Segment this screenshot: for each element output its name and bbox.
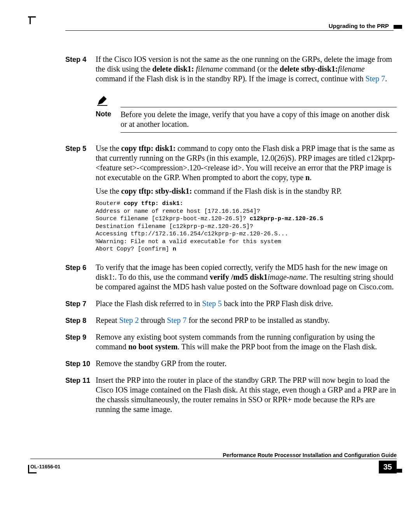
step-10: Step 10 Remove the standby GRP from the … <box>0 359 397 372</box>
text: command if the Flash disk is in the stan… <box>96 74 366 83</box>
cli-output: Router# copy tftp: disk1: Address or nam… <box>96 200 397 253</box>
cli-input: c12kprp-p-mz.120-26.S <box>250 216 323 222</box>
command: copy tftp: stby-disk1: <box>121 187 192 195</box>
command: delete disk1: <box>152 65 194 73</box>
cli-line: Accessing tftp://172.16.16.254/c12kprp-p… <box>96 231 288 237</box>
step-label: Step 11 <box>0 375 96 385</box>
step-9: Step 9 Remove any existing boot system c… <box>0 332 397 356</box>
step-5: Step 5 Use the copy tftp: disk1: command… <box>0 144 397 259</box>
step-label: Step 9 <box>0 332 96 342</box>
note-text: Before you delete the image, verify that… <box>121 110 397 129</box>
crop-mark <box>28 465 29 473</box>
step-body: Use the copy tftp: disk1: command to cop… <box>96 144 397 259</box>
cli-line: %Warning: File not a valid executable fo… <box>96 238 281 245</box>
step-4: Step 4 If the Cisco IOS version is not t… <box>0 54 397 88</box>
step-label: Step 7 <box>0 299 96 308</box>
step-body: To verify that the image has been copied… <box>96 263 397 296</box>
variable: filename <box>338 65 365 73</box>
footer-rule <box>30 459 397 459</box>
step-body: Remove the standby GRP from the router. <box>96 359 397 372</box>
step-body: Place the Flash disk referred to in Step… <box>96 299 397 312</box>
step-11: Step 11 Insert the PRP into the router i… <box>0 375 397 418</box>
svg-rect-2 <box>97 105 107 106</box>
doc-title: Performance Route Processor Installation… <box>30 452 397 459</box>
step-8: Step 8 Repeat Step 2 through Step 7 for … <box>0 315 397 329</box>
text: Remove the standby GRP from the router. <box>96 359 397 368</box>
text: command if the Flash disk is in the stan… <box>192 187 342 195</box>
step-body: Insert the PRP into the router in place … <box>96 375 397 418</box>
cli-input: copy tftp: disk1: <box>124 200 183 207</box>
page-number: 35 <box>379 461 397 473</box>
page: Upgrading to the PRP Step 4 If the Cisco… <box>0 0 420 510</box>
crop-mark <box>28 16 36 18</box>
command: no boot system <box>128 342 178 351</box>
note-rule <box>121 132 397 133</box>
step-label: Step 8 <box>0 315 96 325</box>
command: delete stby-disk1: <box>280 65 338 73</box>
text: Insert the PRP into the router in place … <box>96 375 397 414</box>
command: n <box>305 173 310 182</box>
variable: image-name <box>268 273 306 281</box>
xref-step-7[interactable]: Step 7 <box>366 74 385 83</box>
variable: filename <box>194 65 223 73</box>
step-label: Step 6 <box>0 263 96 272</box>
crop-mark <box>30 16 31 24</box>
text: back into the PRP Flash disk drive. <box>222 299 333 308</box>
step-label: Step 4 <box>0 54 96 64</box>
header-rule <box>65 30 394 31</box>
text: Place the Flash disk referred to in <box>96 299 202 308</box>
text: Use the <box>96 144 121 152</box>
text: command (or the <box>223 65 280 73</box>
xref-step-5[interactable]: Step 5 <box>202 299 222 308</box>
footer: Performance Route Processor Installation… <box>30 452 397 474</box>
step-body: If the Cisco IOS version is not the same… <box>96 54 397 88</box>
cli-input: n <box>173 246 176 252</box>
pencil-icon <box>96 95 108 106</box>
text: Use the <box>96 187 121 195</box>
step-6: Step 6 To verify that the image has been… <box>0 263 397 296</box>
command: verify /md5 disk1 <box>210 273 268 281</box>
crop-mark <box>394 25 402 29</box>
cli-line: Abort Copy? [confirm] <box>96 246 173 252</box>
xref-step-2[interactable]: Step 2 <box>119 316 139 324</box>
note-label: Note <box>96 110 121 119</box>
step-label: Step 10 <box>0 359 96 368</box>
text: . <box>310 173 312 182</box>
text: through <box>139 316 167 324</box>
xref-step-7[interactable]: Step 7 <box>167 316 187 324</box>
cli-line: Router# <box>96 200 124 207</box>
running-head: Upgrading to the PRP <box>329 23 389 30</box>
text: Repeat <box>96 316 119 324</box>
text: . This will make the PRP boot from the i… <box>178 342 377 351</box>
cli-line: Address or name of remote host [172.16.1… <box>96 208 260 215</box>
content: Step 4 If the Cisco IOS version is not t… <box>0 54 397 421</box>
doc-id: OL-11656-01 <box>30 464 60 470</box>
step-body: Remove any existing boot system commands… <box>96 332 397 356</box>
cli-line: Destination filename [c12kprp-p-mz.120-2… <box>96 223 253 230</box>
text: . <box>385 74 387 83</box>
cli-line: Source filename [c12kprp-boot-mz.120-26.… <box>96 216 250 222</box>
step-body: Repeat Step 2 through Step 7 for the sec… <box>96 315 397 329</box>
step-label: Step 5 <box>0 144 96 153</box>
note-rule <box>121 107 397 107</box>
text: for the second PRP to be installed as st… <box>187 316 330 324</box>
note: Note Before you delete the image, verify… <box>96 95 397 133</box>
command: copy tftp: disk1: <box>121 144 176 152</box>
step-7: Step 7 Place the Flash disk referred to … <box>0 299 397 312</box>
